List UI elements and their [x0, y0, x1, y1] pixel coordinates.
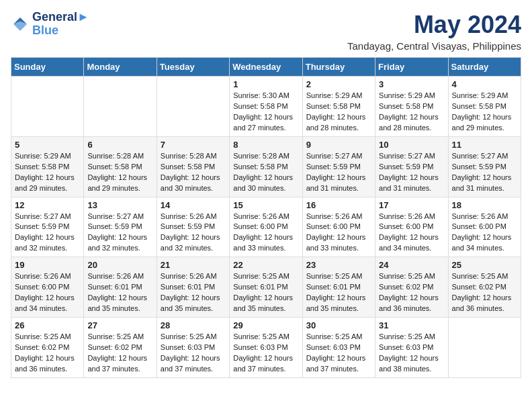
title-block: May 2024 Tandayag, Central Visayas, Phil… — [347, 11, 521, 52]
col-header-wednesday: Wednesday — [230, 58, 302, 77]
day-number: 2 — [306, 79, 371, 89]
day-number: 8 — [233, 140, 298, 150]
day-cell-9: 9Sunrise: 5:27 AM Sunset: 5:59 PM Daylig… — [302, 136, 375, 197]
day-number: 16 — [306, 200, 371, 210]
col-header-saturday: Saturday — [448, 58, 521, 77]
day-cell-23: 23Sunrise: 5:25 AM Sunset: 6:01 PM Dayli… — [302, 257, 375, 318]
day-number: 11 — [452, 140, 517, 150]
day-number: 7 — [161, 140, 226, 150]
day-info: Sunrise: 5:27 AM Sunset: 5:59 PM Dayligh… — [87, 212, 152, 255]
day-cell-25: 25Sunrise: 5:25 AM Sunset: 6:02 PM Dayli… — [448, 257, 521, 318]
empty-cell — [448, 318, 521, 378]
day-info: Sunrise: 5:26 AM Sunset: 6:00 PM Dayligh… — [452, 212, 517, 255]
header-row: SundayMondayTuesdayWednesdayThursdayFrid… — [11, 58, 521, 77]
day-info: Sunrise: 5:27 AM Sunset: 5:59 PM Dayligh… — [15, 212, 80, 255]
day-number: 3 — [379, 79, 444, 89]
day-info: Sunrise: 5:25 AM Sunset: 6:02 PM Dayligh… — [379, 271, 444, 314]
day-cell-8: 8Sunrise: 5:28 AM Sunset: 5:58 PM Daylig… — [230, 136, 302, 197]
day-cell-12: 12Sunrise: 5:27 AM Sunset: 5:59 PM Dayli… — [11, 197, 84, 257]
day-number: 9 — [306, 140, 371, 150]
empty-cell — [157, 77, 229, 137]
col-header-sunday: Sunday — [11, 58, 84, 77]
empty-cell — [84, 77, 157, 137]
location-subtitle: Tandayag, Central Visayas, Philippines — [347, 40, 521, 52]
day-cell-10: 10Sunrise: 5:27 AM Sunset: 5:59 PM Dayli… — [375, 136, 448, 197]
day-number: 26 — [15, 320, 80, 330]
col-header-monday: Monday — [84, 58, 157, 77]
day-cell-27: 27Sunrise: 5:25 AM Sunset: 6:02 PM Dayli… — [84, 318, 157, 378]
day-info: Sunrise: 5:26 AM Sunset: 6:00 PM Dayligh… — [306, 212, 371, 255]
day-number: 17 — [379, 200, 444, 210]
day-cell-13: 13Sunrise: 5:27 AM Sunset: 5:59 PM Dayli… — [84, 197, 157, 257]
day-info: Sunrise: 5:27 AM Sunset: 5:59 PM Dayligh… — [306, 151, 371, 194]
day-info: Sunrise: 5:26 AM Sunset: 6:00 PM Dayligh… — [233, 212, 298, 255]
day-number: 31 — [379, 320, 444, 330]
logo-icon — [11, 15, 30, 34]
day-number: 21 — [161, 260, 226, 270]
col-header-thursday: Thursday — [302, 58, 375, 77]
day-cell-21: 21Sunrise: 5:26 AM Sunset: 6:01 PM Dayli… — [157, 257, 229, 318]
day-info: Sunrise: 5:26 AM Sunset: 6:00 PM Dayligh… — [379, 212, 444, 255]
day-cell-30: 30Sunrise: 5:25 AM Sunset: 6:03 PM Dayli… — [302, 318, 375, 378]
week-row-5: 26Sunrise: 5:25 AM Sunset: 6:02 PM Dayli… — [11, 318, 521, 378]
day-cell-3: 3Sunrise: 5:29 AM Sunset: 5:58 PM Daylig… — [375, 77, 448, 137]
day-cell-2: 2Sunrise: 5:29 AM Sunset: 5:58 PM Daylig… — [302, 77, 375, 137]
day-cell-20: 20Sunrise: 5:26 AM Sunset: 6:01 PM Dayli… — [84, 257, 157, 318]
day-info: Sunrise: 5:28 AM Sunset: 5:58 PM Dayligh… — [161, 151, 226, 194]
day-number: 25 — [452, 260, 517, 270]
day-info: Sunrise: 5:27 AM Sunset: 5:59 PM Dayligh… — [379, 151, 444, 194]
day-cell-29: 29Sunrise: 5:25 AM Sunset: 6:03 PM Dayli… — [230, 318, 302, 378]
day-cell-16: 16Sunrise: 5:26 AM Sunset: 6:00 PM Dayli… — [302, 197, 375, 257]
day-info: Sunrise: 5:25 AM Sunset: 6:03 PM Dayligh… — [306, 332, 371, 375]
col-header-tuesday: Tuesday — [157, 58, 229, 77]
col-header-friday: Friday — [375, 58, 448, 77]
day-info: Sunrise: 5:25 AM Sunset: 6:02 PM Dayligh… — [87, 332, 152, 375]
day-info: Sunrise: 5:26 AM Sunset: 6:01 PM Dayligh… — [87, 271, 152, 314]
day-info: Sunrise: 5:29 AM Sunset: 5:58 PM Dayligh… — [379, 91, 444, 134]
page-header: General► Blue May 2024 Tandayag, Central… — [11, 11, 521, 52]
day-cell-26: 26Sunrise: 5:25 AM Sunset: 6:02 PM Dayli… — [11, 318, 84, 378]
day-info: Sunrise: 5:25 AM Sunset: 6:02 PM Dayligh… — [15, 332, 80, 375]
day-number: 13 — [87, 200, 152, 210]
day-cell-15: 15Sunrise: 5:26 AM Sunset: 6:00 PM Dayli… — [230, 197, 302, 257]
day-info: Sunrise: 5:26 AM Sunset: 5:59 PM Dayligh… — [161, 212, 226, 255]
week-row-4: 19Sunrise: 5:26 AM Sunset: 6:00 PM Dayli… — [11, 257, 521, 318]
day-cell-11: 11Sunrise: 5:27 AM Sunset: 5:59 PM Dayli… — [448, 136, 521, 197]
day-cell-5: 5Sunrise: 5:29 AM Sunset: 5:58 PM Daylig… — [11, 136, 84, 197]
day-info: Sunrise: 5:29 AM Sunset: 5:58 PM Dayligh… — [452, 91, 517, 134]
day-number: 12 — [15, 200, 80, 210]
day-info: Sunrise: 5:25 AM Sunset: 6:01 PM Dayligh… — [306, 271, 371, 314]
day-number: 10 — [379, 140, 444, 150]
day-info: Sunrise: 5:26 AM Sunset: 6:01 PM Dayligh… — [161, 271, 226, 314]
day-number: 4 — [452, 79, 517, 89]
day-info: Sunrise: 5:28 AM Sunset: 5:58 PM Dayligh… — [233, 151, 298, 194]
day-info: Sunrise: 5:28 AM Sunset: 5:58 PM Dayligh… — [87, 151, 152, 194]
day-cell-17: 17Sunrise: 5:26 AM Sunset: 6:00 PM Dayli… — [375, 197, 448, 257]
day-number: 24 — [379, 260, 444, 270]
day-info: Sunrise: 5:25 AM Sunset: 6:02 PM Dayligh… — [452, 271, 517, 314]
day-info: Sunrise: 5:25 AM Sunset: 6:03 PM Dayligh… — [379, 332, 444, 375]
day-number: 15 — [233, 200, 298, 210]
day-cell-28: 28Sunrise: 5:25 AM Sunset: 6:03 PM Dayli… — [157, 318, 229, 378]
day-number: 18 — [452, 200, 517, 210]
day-cell-19: 19Sunrise: 5:26 AM Sunset: 6:00 PM Dayli… — [11, 257, 84, 318]
day-info: Sunrise: 5:29 AM Sunset: 5:58 PM Dayligh… — [15, 151, 80, 194]
day-cell-14: 14Sunrise: 5:26 AM Sunset: 5:59 PM Dayli… — [157, 197, 229, 257]
day-number: 6 — [87, 140, 152, 150]
week-row-1: 1Sunrise: 5:30 AM Sunset: 5:58 PM Daylig… — [11, 77, 521, 137]
empty-cell — [11, 77, 84, 137]
day-number: 20 — [87, 260, 152, 270]
day-number: 1 — [233, 79, 298, 89]
week-row-3: 12Sunrise: 5:27 AM Sunset: 5:59 PM Dayli… — [11, 197, 521, 257]
day-info: Sunrise: 5:29 AM Sunset: 5:58 PM Dayligh… — [306, 91, 371, 134]
day-cell-22: 22Sunrise: 5:25 AM Sunset: 6:01 PM Dayli… — [230, 257, 302, 318]
day-cell-31: 31Sunrise: 5:25 AM Sunset: 6:03 PM Dayli… — [375, 318, 448, 378]
day-info: Sunrise: 5:27 AM Sunset: 5:59 PM Dayligh… — [452, 151, 517, 194]
day-cell-24: 24Sunrise: 5:25 AM Sunset: 6:02 PM Dayli… — [375, 257, 448, 318]
day-number: 27 — [87, 320, 152, 330]
day-cell-7: 7Sunrise: 5:28 AM Sunset: 5:58 PM Daylig… — [157, 136, 229, 197]
day-number: 5 — [15, 140, 80, 150]
week-row-2: 5Sunrise: 5:29 AM Sunset: 5:58 PM Daylig… — [11, 136, 521, 197]
day-info: Sunrise: 5:25 AM Sunset: 6:01 PM Dayligh… — [233, 271, 298, 314]
day-cell-4: 4Sunrise: 5:29 AM Sunset: 5:58 PM Daylig… — [448, 77, 521, 137]
